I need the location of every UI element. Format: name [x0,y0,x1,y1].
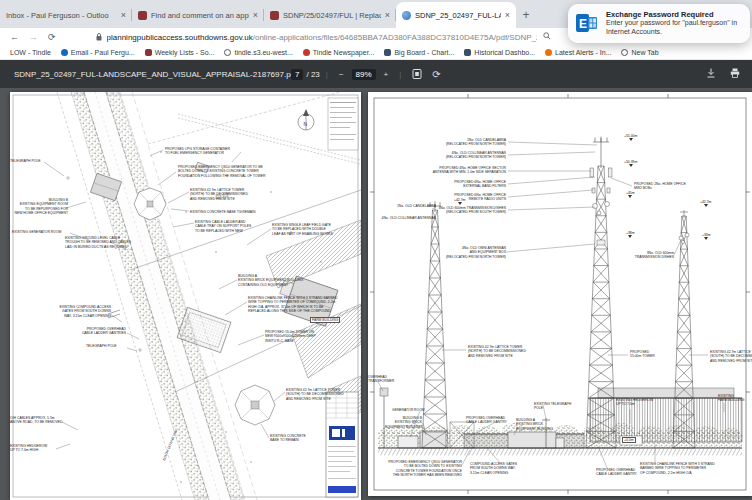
level-marker: +42.7m [454,198,465,205]
toolbar-separator: | [399,70,401,79]
plan-annotation: EXISTING CONCRETE BASE TO REMAIN [190,210,272,214]
bookmarks-bar: LOW - Tindle Email - Paul Fergu... Weekl… [0,46,752,60]
elevation-annotation: PROPOSED OVERHEAD CABLE LADDER GANTRY [466,416,522,425]
bookmark-label: Weekly Lists - So... [155,49,215,56]
zoom-out-button[interactable]: − [339,70,344,79]
elevation-annotation: EXISTING TELEGRAPH POLE [534,402,580,411]
new-tab-button[interactable]: + [516,2,536,28]
chart-icon [464,49,471,56]
svg-text:E: E [579,17,587,31]
plan-annotation: BUILDING B EXISTING EQUIPMENT ROOM TO BE… [10,198,68,216]
back-icon[interactable]: ← [10,32,19,42]
tab-title: SDNP/25/02497/FUL | Replace [283,11,381,20]
notification-body: Enter your password for "paul.ferguson" … [606,19,743,37]
bookmark-label: Historical Dashbo... [474,49,535,56]
site-plan-labels: PROPOSED LPG STORAGE CONTAINER TO FUEL E… [10,92,361,500]
forward-icon[interactable]: → [29,32,38,42]
plan-annotation: BUILDING A EXISTING BRICK EQUIPMENT BUIL… [238,274,320,287]
elevation-annotation: BUILDING A EXISTING BRICK EQUIPMENT BUIL… [516,418,562,431]
bookmark-label: Big Board - Chart... [394,49,454,56]
tab-title: SDNP_25_02497_FUL-LANDS [415,11,501,20]
tab-close-icon[interactable]: × [121,11,126,20]
globe-icon [621,49,628,56]
toolbar-separator: | [326,70,328,79]
site-favicon [138,11,147,20]
elevation-annotation: PROPOSED 55.00m TOWER [630,350,670,359]
bookmark-label: Tindle Newspaper... [313,49,375,56]
elevation-annotation: EXISTING 42.7m LATTICE TOWER (NORTH) TO … [468,345,544,358]
bookmark-tindle-newspaper[interactable]: Tindle Newspaper... [303,49,375,56]
plan-annotation: EXISTING GENERATOR ROOM [12,230,72,234]
tab-close-icon[interactable]: × [385,11,390,20]
plan-annotation: EXISTING HEDGEROW UP TO 7.0m HIGH [10,444,60,453]
bookmark-label: New Tab [631,49,658,56]
bookmark-latest-alerts[interactable]: Latest Alerts - In... [545,49,611,56]
level-marker: +33m [702,233,711,240]
tab-pdf-active[interactable]: SDNP_25_02497_FUL-LANDS × [396,2,516,28]
bookmark-label: tindle.s3.eu-west... [234,49,292,56]
print-icon[interactable] [730,68,740,80]
plan-annotation: O/H CABLES APPROX. 5.5m ABOVE ROAD, TO B… [10,416,66,425]
bookmark-tindle-s3[interactable]: tindle.s3.eu-west... [224,49,292,56]
elevation-annotation: 1No. OLD CANDELABRA [378,204,436,208]
download-icon[interactable] [706,68,716,80]
tab-title: Find and comment on an applic [151,11,249,20]
pdf-toolbar-right [706,68,740,80]
pdf-site-favicon [402,11,411,20]
zoom-level-value[interactable]: 89% [352,69,376,80]
bookmark-new-tab[interactable]: New Tab [621,49,658,56]
plan-annotation: PROPOSED EMERGENCY QS10 GENERATOR TO BE … [178,165,276,178]
plan-annotation: PROPOSED 55.0m TOWER ON NEW 9500x9500x12… [265,330,335,343]
bookmark-weekly-lists[interactable]: Weekly Lists - So... [145,49,215,56]
reload-icon[interactable]: ⟳ [48,32,56,42]
elevation-annotation: EXISTING HEDGEROW UP TO 7.0m [616,398,666,407]
url-path: /online-applications/files/64685BBA7AD38… [253,33,537,42]
page-total-label: / 23 [306,70,319,79]
fit-page-icon[interactable] [412,69,422,79]
site-favicon [270,11,279,20]
url-text[interactable]: planningpublicaccess.southdowns.gov.uk/o… [107,33,537,42]
elevation-annotation: 4No. OLD COLLINEAR ANTENNAS [370,216,436,220]
plan-annotation: TELEGRAPH POLE [86,344,128,348]
tab-find-comment[interactable]: Find and comment on an applic × [132,2,264,28]
plan-annotation: FARM BUILDING [310,317,340,323]
zoom-magnifier-icon[interactable] [543,32,551,42]
elevation-annotation: PROPOSED 2No. HOME OFFICE MW2 BOBs [634,182,704,191]
lock-icon[interactable] [96,33,102,42]
elevation-annotation: EXISTING CHAINLINK FENCE WITH 3 STRAND B… [640,462,740,475]
elevation-annotation: PROPOSED 6No. HOME OFFICE EXTERNAL BAND … [386,180,506,189]
tab-application[interactable]: SDNP/25/02497/FUL | Replace × [264,2,396,28]
plan-annotation: EXISTING COMPOUND ACCESS GATES FROM SOUT… [46,305,111,318]
plan-annotation: PROPOSED OVERHEAD CABLE LADDER GANTRIES [68,327,126,336]
plan-annotation: PROPOSED LPG STORAGE CONTAINER TO FUEL E… [165,147,243,156]
plan-annotation: EXISTING 42.7m LATTICE TOWER (SOUTH) TO … [286,388,358,401]
elevation-annotation: EXISTING 42.7m LATTICE TOWER (SOUTH) TO … [710,350,752,363]
pdf-page-controls: 7 / 23 | − 89% + | ⟳ [288,69,446,80]
plan-annotation: TELEGRAPH POLE [10,159,52,163]
zoom-in-button[interactable]: + [384,70,389,79]
bookmark-big-board[interactable]: Big Board - Chart... [384,49,454,56]
elevation-annotation: COMPOUND ACCESS GATES FROM SOUTH DOWNS W… [470,462,532,475]
exchange-password-notification[interactable]: E Exchange Password Required Enter your … [568,4,750,43]
notification-title: Exchange Password Required [606,10,743,19]
elevation-annotation: PROPOSED EMERGENCY QS10 GENERATOR TO BE … [368,460,462,478]
tab-close-icon[interactable]: × [253,11,258,20]
pdf-filename: SDNP_25_02497_FUL-LANDSCAPE_AND_VISUAL_A… [14,70,297,79]
flower-icon [303,49,310,56]
plan-annotation: EXISTING CHAINLINK FENCE WITH 3 STRAND B… [248,296,354,314]
page-number-input[interactable]: 7 [291,69,303,80]
url-domain: planningpublicaccess.southdowns.gov.uk [107,33,253,42]
pdf-viewport[interactable]: N [0,88,752,500]
elevation-annotation: BUILDING B EXISTING BRICK EQUIPMENT BUIL… [376,416,422,429]
tab-inbox[interactable]: Inbox - Paul Ferguson - Outloo × [0,2,132,28]
tab-close-icon[interactable]: × [505,11,510,20]
bookmark-label: LOW - Tindle [10,49,51,56]
site-plan-page: N [10,92,361,500]
bookmark-historical-dashboard[interactable]: Historical Dashbo... [464,49,535,56]
rotate-icon[interactable]: ⟳ [432,69,440,80]
elevation-annotation: 3No. OLD 600mm TRANSMISSION DISHES [620,251,674,260]
bookmark-low-tindle[interactable]: LOW - Tindle [10,49,51,56]
bookmark-email[interactable]: Email - Paul Fergu... [61,49,135,56]
level-marker: +42.7m [700,200,711,207]
pdf-toolbar: SDNP_25_02497_FUL-LANDSCAPE_AND_VISUAL_A… [0,60,752,88]
